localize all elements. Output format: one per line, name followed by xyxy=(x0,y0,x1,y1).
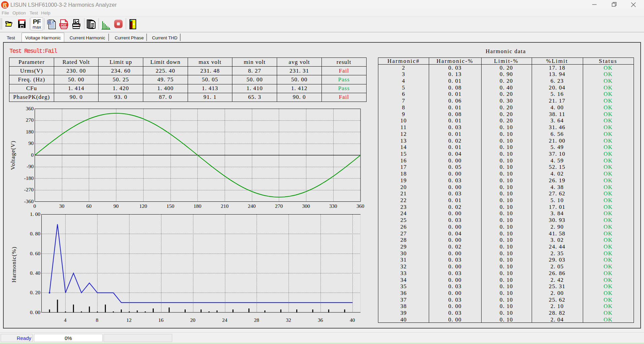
svg-text:PDF: PDF xyxy=(61,23,67,27)
